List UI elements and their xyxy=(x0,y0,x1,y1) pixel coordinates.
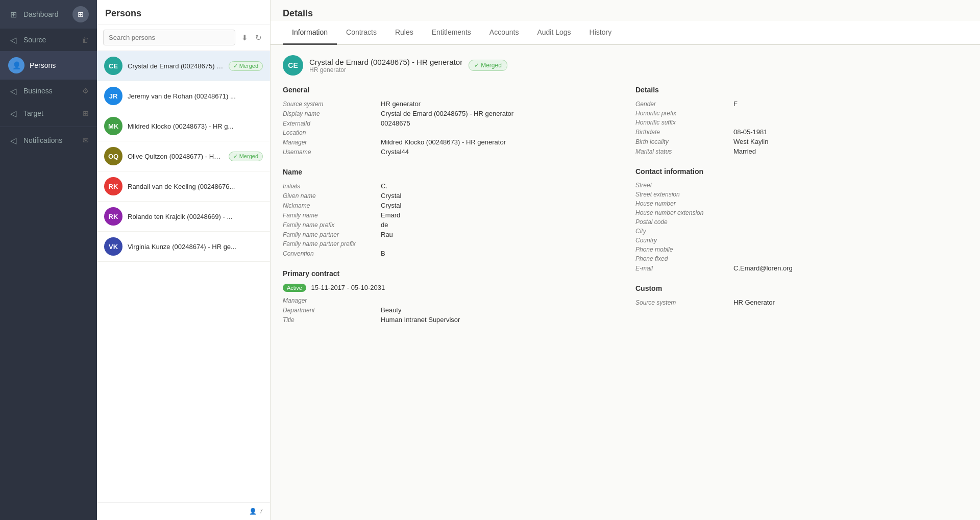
tab-audit-logs[interactable]: Audit Logs xyxy=(528,21,580,45)
search-input[interactable] xyxy=(103,30,235,45)
tab-contracts[interactable]: Contracts xyxy=(337,21,386,45)
field-row: Initials C. xyxy=(283,182,615,190)
general-section-title: General xyxy=(283,86,615,94)
person-detail-avatar: CE xyxy=(283,55,303,76)
field-label: Street extension xyxy=(635,191,727,198)
field-label: Location xyxy=(283,129,375,136)
field-row: Country xyxy=(635,237,968,244)
person-name: Olive Quitzon (00248677) - HR ge... xyxy=(128,153,224,160)
field-value: F xyxy=(733,100,968,108)
tab-history[interactable]: History xyxy=(580,21,621,45)
refresh-button[interactable]: ↻ xyxy=(253,31,264,44)
field-row: City xyxy=(635,228,968,235)
sidebar-item-business[interactable]: ◁ Business ⚙ xyxy=(0,80,97,102)
target-grid-icon[interactable]: ⊞ xyxy=(83,109,89,117)
persons-count-icon: 👤 xyxy=(249,508,257,515)
source-chevron-icon: ◁ xyxy=(8,35,18,45)
field-row: Street xyxy=(635,182,968,189)
person-name: Jeremy van de Rohan (00248671) ... xyxy=(128,92,263,100)
field-value: Crystal xyxy=(381,202,615,209)
field-value: Crystal de Emard (00248675) - HR generat… xyxy=(381,110,615,117)
sidebar-label-dashboard: Dashboard xyxy=(23,10,59,18)
tab-rules[interactable]: Rules xyxy=(386,21,423,45)
field-row: Source system HR generator xyxy=(283,100,615,108)
field-value: C. xyxy=(381,182,615,190)
list-item[interactable]: OQ Olive Quitzon (00248677) - HR ge... ✓… xyxy=(97,141,270,171)
name-section: Name Initials C. Given name Crystal Nick… xyxy=(283,168,615,257)
field-label: Honorific prefix xyxy=(635,110,727,117)
field-row: Nickname Crystal xyxy=(283,202,615,209)
field-label: Street xyxy=(635,182,727,189)
tab-entitlements[interactable]: Entitlements xyxy=(423,21,480,45)
list-item[interactable]: RK Rolando ten Krajcik (00248669) - ... xyxy=(97,202,270,232)
avatar: RK xyxy=(104,207,122,226)
contract-fields: Manager Department Beauty Title Human In… xyxy=(283,297,615,324)
sidebar-label-source: Source xyxy=(23,36,46,44)
list-item[interactable]: MK Mildred Klocko (00248673) - HR g... xyxy=(97,111,270,141)
field-value: HR Generator xyxy=(733,299,968,306)
list-item[interactable]: CE Crystal de Emard (00248675) - HR... ✓… xyxy=(97,51,270,81)
tab-information[interactable]: Information xyxy=(283,21,337,45)
field-label: Department xyxy=(283,307,375,314)
tab-accounts[interactable]: Accounts xyxy=(480,21,528,45)
field-value: HR generator xyxy=(381,100,615,108)
field-row: Given name Crystal xyxy=(283,192,615,200)
details-panel: Details Information Contracts Rules Enti… xyxy=(271,0,980,520)
source-delete-icon[interactable]: 🗑 xyxy=(82,36,89,44)
avatar: VK xyxy=(104,237,122,256)
list-item[interactable]: VK Virginia Kunze (00248674) - HR ge... xyxy=(97,232,270,262)
name-section-title: Name xyxy=(283,168,615,176)
contract-header: Active 15-11-2017 - 05-10-2031 xyxy=(283,284,615,292)
list-item[interactable]: RK Randall van de Keeling (00248676... xyxy=(97,171,270,202)
field-label: Phone mobile xyxy=(635,246,727,253)
person-info: Virginia Kunze (00248674) - HR ge... xyxy=(128,243,263,251)
list-item[interactable]: JR Jeremy van de Rohan (00248671) ... xyxy=(97,81,270,111)
download-button[interactable]: ⬇ xyxy=(239,31,250,44)
persons-list: CE Crystal de Emard (00248675) - HR... ✓… xyxy=(97,51,270,502)
field-row: Birth locality West Kaylin xyxy=(635,138,968,145)
persons-footer: 👤 7 xyxy=(97,502,270,520)
avatar: MK xyxy=(104,117,122,135)
sidebar-item-persons[interactable]: 👤 Persons xyxy=(0,51,97,80)
business-chevron-icon: ◁ xyxy=(8,86,18,96)
field-row: Postal code xyxy=(635,218,968,226)
field-label: Manager xyxy=(283,139,375,146)
avatar: RK xyxy=(104,177,122,195)
field-value: C.Emard@loren.org xyxy=(733,264,968,272)
field-label: Family name prefix xyxy=(283,221,375,229)
field-row: Source system HR Generator xyxy=(635,299,968,306)
right-column: Details Gender F Honorific prefix Honori… xyxy=(635,86,968,336)
sidebar-item-dashboard[interactable]: ⊞ Dashboard ⊞ xyxy=(0,0,97,29)
field-label: Family name partner xyxy=(283,231,375,238)
sidebar-item-source[interactable]: ◁ Source 🗑 xyxy=(0,29,97,51)
notifications-mail-icon[interactable]: ✉ xyxy=(83,136,89,144)
field-label: Source system xyxy=(635,299,727,306)
field-value: Married xyxy=(733,147,968,155)
sidebar-divider xyxy=(0,127,97,127)
sidebar-item-notifications[interactable]: ◁ Notifications ✉ xyxy=(0,129,97,152)
field-row: Manager xyxy=(283,297,615,304)
avatar: CE xyxy=(104,57,122,75)
field-label: E-mail xyxy=(635,265,727,272)
field-label: Family name partner prefix xyxy=(283,240,375,247)
person-info: Olive Quitzon (00248677) - HR ge... xyxy=(128,153,224,160)
field-label: Country xyxy=(635,237,727,244)
field-row: Gender F xyxy=(635,100,968,108)
person-info: Randall van de Keeling (00248676... xyxy=(128,183,263,190)
sidebar-item-target[interactable]: ◁ Target ⊞ xyxy=(0,102,97,125)
field-row: Family name partner prefix xyxy=(283,240,615,247)
persons-icon: 👤 xyxy=(8,57,24,73)
field-value: West Kaylin xyxy=(733,138,968,145)
business-settings-icon[interactable]: ⚙ xyxy=(82,87,89,95)
field-label: Convention xyxy=(283,250,375,257)
field-row: Username Crystal44 xyxy=(283,148,615,156)
field-row: Marital status Married xyxy=(635,147,968,155)
person-detail-header: CE Crystal de Emard (00248675) - HR gene… xyxy=(283,55,968,76)
avatar: OQ xyxy=(104,147,122,165)
field-value: 00248675 xyxy=(381,119,615,127)
field-label: Display name xyxy=(283,110,375,117)
field-label: Honorific suffix xyxy=(635,119,727,126)
custom-section: Custom Source system HR Generator xyxy=(635,284,968,306)
primary-contract-section: Primary contract Active 15-11-2017 - 05-… xyxy=(283,269,615,324)
details-content: CE Crystal de Emard (00248675) - HR gene… xyxy=(271,45,980,520)
